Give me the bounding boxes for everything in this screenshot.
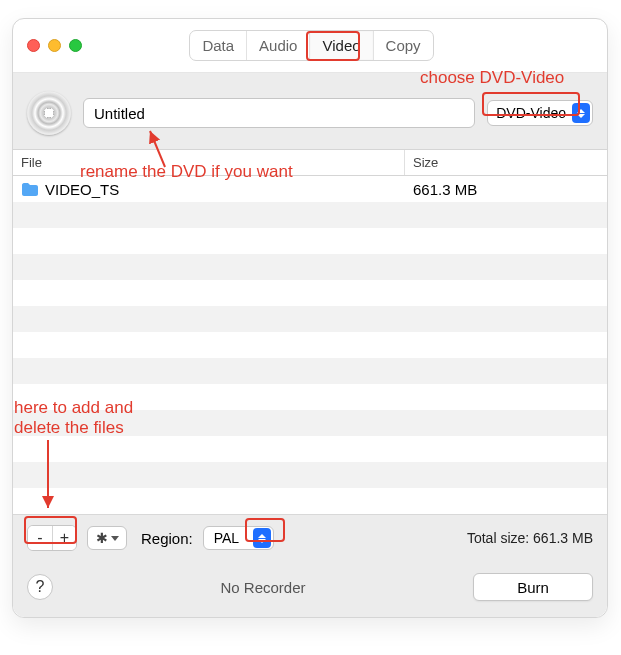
titlebar: Data Audio Video Copy: [13, 19, 607, 73]
disc-name-input[interactable]: [83, 98, 475, 128]
file-name: VIDEO_TS: [45, 181, 119, 198]
table-row-empty: [13, 228, 607, 254]
region-select[interactable]: PAL: [203, 526, 274, 550]
total-size-label: Total size: 661.3 MB: [467, 530, 593, 546]
tab-copy[interactable]: Copy: [373, 31, 433, 60]
app-window: Data Audio Video Copy DVD-Video File Siz…: [12, 18, 608, 618]
column-size[interactable]: Size: [405, 150, 607, 175]
file-list: VIDEO_TS 661.3 MB: [13, 176, 607, 514]
table-row-empty: [13, 306, 607, 332]
recorder-status: No Recorder: [65, 579, 461, 596]
select-arrows-icon: [253, 528, 271, 548]
folder-icon: [21, 182, 39, 196]
region-value: PAL: [214, 530, 239, 546]
disc-type-select[interactable]: DVD-Video: [487, 100, 593, 126]
add-button[interactable]: +: [52, 526, 76, 550]
select-arrows-icon: [572, 103, 590, 123]
table-row-empty: [13, 462, 607, 488]
help-button[interactable]: ?: [27, 574, 53, 600]
column-file[interactable]: File: [13, 150, 405, 175]
window-controls: [27, 39, 82, 52]
region-label: Region:: [141, 530, 193, 547]
table-row-empty: [13, 202, 607, 228]
table-row-empty: [13, 332, 607, 358]
close-window-button[interactable]: [27, 39, 40, 52]
footer: ? No Recorder Burn: [13, 561, 607, 617]
file-size: 661.3 MB: [405, 181, 607, 198]
table-header: File Size: [13, 149, 607, 176]
actions-menu-button[interactable]: ✱: [87, 526, 127, 550]
disc-type-value: DVD-Video: [496, 105, 566, 121]
mode-segmented-control: Data Audio Video Copy: [189, 30, 433, 61]
table-row[interactable]: VIDEO_TS 661.3 MB: [13, 176, 607, 202]
burn-button[interactable]: Burn: [473, 573, 593, 601]
tab-audio[interactable]: Audio: [246, 31, 309, 60]
file-cell: VIDEO_TS: [13, 181, 405, 198]
add-remove-group: - +: [27, 525, 77, 551]
zoom-window-button[interactable]: [69, 39, 82, 52]
disc-info-panel: DVD-Video: [13, 73, 607, 149]
table-row-empty: [13, 384, 607, 410]
minimize-window-button[interactable]: [48, 39, 61, 52]
table-row-empty: [13, 254, 607, 280]
tab-data[interactable]: Data: [190, 31, 246, 60]
toolbar: - + ✱ Region: PAL Total size: 661.3 MB: [13, 514, 607, 561]
table-row-empty: [13, 280, 607, 306]
table-row-empty: [13, 410, 607, 436]
table-row-empty: [13, 358, 607, 384]
table-row-empty: [13, 488, 607, 514]
remove-button[interactable]: -: [28, 526, 52, 550]
table-row-empty: [13, 436, 607, 462]
tab-video[interactable]: Video: [309, 31, 372, 60]
gear-icon: ✱: [96, 530, 108, 546]
disc-icon: [27, 91, 71, 135]
chevron-down-icon: [111, 536, 119, 541]
